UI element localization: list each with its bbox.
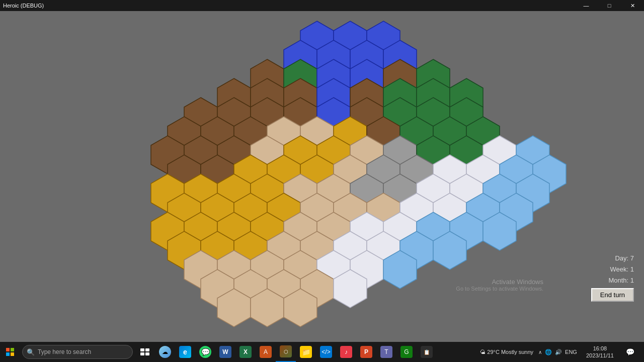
clock-area[interactable]: 16:08 2023/11/11: [582, 345, 618, 359]
title-bar-controls: — □ ✕: [575, 0, 644, 11]
svg-rect-5: [140, 348, 144, 351]
date-display: 2023/11/11: [586, 352, 614, 359]
taskbar: 🔍 Type here to search ☁ e 💬 W X: [0, 342, 644, 362]
svg-rect-6: [145, 348, 149, 351]
tb-app-whatsapp[interactable]: 💬: [195, 342, 215, 362]
tb-app-9[interactable]: ♪: [336, 342, 356, 362]
weather-text: 29°C Mostly sunny: [487, 349, 533, 355]
game-info-panel: Day: 7 Week: 1 Month: 1 End turn: [591, 253, 634, 302]
tray-chevron[interactable]: ∧: [538, 349, 542, 355]
tb-app-vscode[interactable]: </>: [316, 342, 336, 362]
tb-app-ppt[interactable]: P: [356, 342, 376, 362]
maximize-button[interactable]: □: [598, 0, 621, 11]
search-bar[interactable]: 🔍 Type here to search: [22, 345, 133, 359]
title-bar-left: Heroic (DEBUG): [0, 3, 44, 9]
minimize-button[interactable]: —: [575, 0, 598, 11]
search-placeholder: Type here to search: [38, 348, 91, 355]
game-area: 🌲: [0, 11, 644, 342]
taskbar-apps: ☁ e 💬 W X A ⬡ 📁 </>: [155, 342, 480, 362]
tb-app-5[interactable]: A: [256, 342, 276, 362]
time-display: 16:08: [593, 345, 607, 352]
tb-app-files[interactable]: 📁: [296, 342, 316, 362]
title-bar: Heroic (DEBUG) — □ ✕: [0, 0, 644, 11]
svg-rect-8: [145, 352, 149, 355]
day-label: Day: 7: [591, 253, 634, 264]
tb-app-edge[interactable]: e: [175, 342, 195, 362]
svg-rect-7: [140, 352, 144, 355]
start-button[interactable]: [0, 342, 20, 362]
weather-display[interactable]: 🌤 29°C Mostly sunny: [480, 349, 533, 355]
app-title: Heroic (DEBUG): [3, 3, 44, 9]
svg-rect-2: [11, 348, 14, 351]
close-button[interactable]: ✕: [621, 0, 644, 11]
weather-icon: 🌤: [480, 349, 486, 355]
tb-app-notepad[interactable]: 📋: [417, 342, 437, 362]
network-icon[interactable]: 🌐: [545, 349, 552, 355]
task-view-button[interactable]: [135, 342, 155, 362]
tb-app-weather[interactable]: ☁: [155, 342, 175, 362]
game-info-box: Day: 7 Week: 1 Month: 1: [591, 253, 634, 286]
tb-app-12[interactable]: G: [396, 342, 417, 362]
tb-app-heroic[interactable]: ⬡: [276, 342, 296, 362]
tb-app-excel[interactable]: X: [235, 342, 256, 362]
tb-app-11[interactable]: T: [376, 342, 396, 362]
taskbar-right: 🌤 29°C Mostly sunny ∧ 🌐 🔊 ENG 16:08 2023…: [480, 342, 644, 362]
tb-app-word[interactable]: W: [215, 342, 235, 362]
month-label: Month: 1: [591, 275, 634, 286]
action-center-button[interactable]: 💬: [620, 342, 640, 362]
end-turn-button[interactable]: End turn: [591, 288, 634, 302]
week-label: Week: 1: [591, 264, 634, 275]
search-icon: 🔍: [27, 348, 35, 356]
lang-indicator[interactable]: ENG: [565, 349, 577, 355]
system-tray: ∧ 🌐 🔊 ENG: [535, 349, 580, 355]
hex-map[interactable]: 🌲: [0, 11, 644, 342]
svg-rect-1: [6, 348, 10, 351]
volume-icon[interactable]: 🔊: [555, 349, 562, 355]
svg-rect-3: [6, 352, 10, 356]
svg-rect-4: [11, 352, 14, 356]
